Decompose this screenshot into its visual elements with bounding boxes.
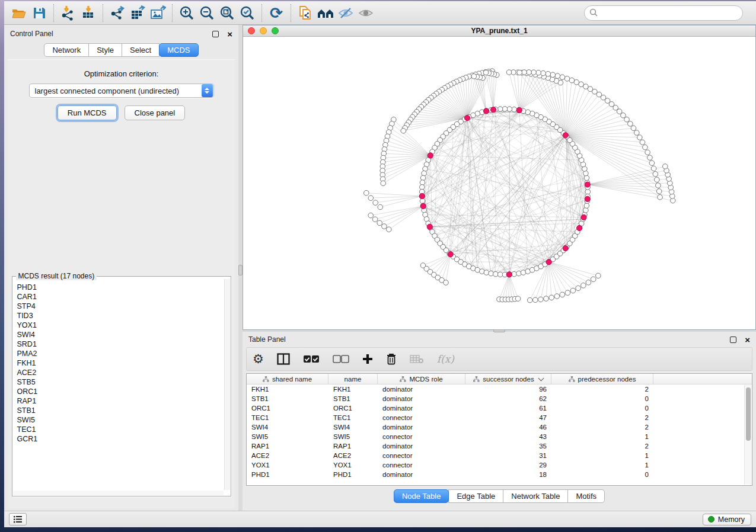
graph-node[interactable] (656, 189, 662, 194)
graph-node[interactable] (656, 183, 661, 188)
graph-node[interactable] (377, 220, 382, 226)
horizontal-splitter[interactable] (243, 330, 756, 332)
copy-network-icon[interactable] (295, 4, 315, 23)
graph-node[interactable] (555, 73, 560, 79)
zoom-fit-icon[interactable] (217, 4, 237, 23)
graph-node[interactable] (569, 78, 575, 83)
graph-node[interactable] (617, 109, 622, 114)
graph-node[interactable] (653, 171, 658, 177)
splitter-grip[interactable] (238, 265, 243, 275)
graph-node[interactable] (527, 297, 532, 303)
tab-motifs[interactable]: Motifs (567, 489, 605, 503)
graph-hub-node[interactable] (419, 193, 425, 198)
graph-node[interactable] (381, 181, 386, 186)
graph-node[interactable] (584, 203, 589, 209)
table-row[interactable]: STB1STB1dominator620 (247, 394, 744, 403)
table-row[interactable]: PHD1PHD1dominator180 (247, 470, 744, 479)
table-row[interactable]: SWI5SWI5connector431 (247, 432, 744, 441)
graph-hub-node[interactable] (585, 182, 590, 187)
run-mcds-button[interactable]: Run MCDS (58, 105, 117, 120)
network-graph[interactable] (243, 37, 755, 329)
graph-node[interactable] (631, 126, 636, 131)
hide-selected-icon[interactable] (336, 4, 356, 23)
close-panel-icon[interactable]: × (227, 31, 232, 37)
network-canvas[interactable] (243, 37, 755, 329)
graph-hub-node[interactable] (464, 116, 470, 121)
graph-node[interactable] (506, 70, 512, 75)
graph-node[interactable] (401, 129, 406, 134)
mcds-result-item[interactable]: SRD1 (13, 339, 224, 349)
graph-node[interactable] (579, 82, 584, 87)
export-image-icon[interactable] (148, 4, 168, 23)
search-input[interactable] (584, 5, 743, 21)
export-network-icon[interactable] (107, 4, 127, 23)
graph-node[interactable] (640, 140, 645, 145)
graph-node[interactable] (591, 277, 596, 282)
show-all-icon[interactable] (356, 4, 376, 23)
float-panel-icon[interactable] (730, 336, 736, 343)
graph-node[interactable] (420, 185, 425, 190)
select-all-rows-icon[interactable] (303, 351, 320, 367)
export-table-icon[interactable] (127, 4, 148, 23)
column-header-successor-nodes[interactable]: successor nodes (465, 374, 551, 384)
graph-node[interactable] (541, 70, 546, 76)
tab-network[interactable]: Network (44, 43, 89, 57)
graph-node[interactable] (585, 189, 591, 194)
close-panel-button[interactable]: Close panel (125, 105, 186, 120)
mcds-result-item[interactable]: CAR1 (13, 292, 224, 302)
graph-node[interactable] (484, 270, 489, 275)
table-row[interactable]: FKH1FKH1dominator962 (247, 384, 744, 394)
memory-button[interactable]: Memory (703, 514, 751, 525)
mcds-result-item[interactable]: SWI4 (13, 330, 224, 339)
graph-node[interactable] (516, 271, 522, 276)
graph-hub-node[interactable] (490, 107, 496, 113)
delete-column-trash-icon[interactable] (386, 351, 397, 367)
graph-node[interactable] (382, 224, 387, 229)
node-table[interactable]: shared name name MCDS role successor nod… (246, 373, 752, 486)
graph-hub-node[interactable] (585, 196, 590, 201)
window-minimize-icon[interactable] (260, 27, 267, 34)
graph-hub-node[interactable] (563, 245, 568, 251)
graph-hub-node[interactable] (506, 272, 512, 277)
close-panel-icon[interactable]: × (745, 336, 750, 343)
graph-node[interactable] (584, 175, 589, 181)
mcds-result-item[interactable]: RAP1 (13, 396, 224, 406)
graph-node[interactable] (544, 296, 549, 302)
window-close-icon[interactable] (248, 27, 255, 34)
result-vertical-scrollbar[interactable] (224, 279, 230, 490)
graph-node[interactable] (368, 213, 374, 218)
table-options-gear-icon[interactable]: ⚙ (253, 351, 264, 367)
first-neighbors-icon[interactable] (315, 4, 336, 23)
network-list-button[interactable] (9, 513, 27, 525)
graph-node[interactable] (538, 297, 544, 302)
graph-node[interactable] (649, 161, 655, 166)
table-vertical-scrollbar[interactable] (744, 385, 751, 485)
tab-node-table[interactable]: Node Table (394, 489, 449, 503)
apply-layout-icon[interactable]: ⟳ (266, 4, 286, 23)
mcds-result-item[interactable]: FKH1 (13, 358, 224, 368)
graph-hub-node[interactable] (448, 252, 453, 257)
tab-mcds[interactable]: MCDS (159, 43, 198, 57)
zoom-out-icon[interactable] (197, 4, 217, 23)
table-row[interactable]: SWI4SWI4dominator462 (247, 422, 744, 432)
graph-hub-node[interactable] (428, 153, 433, 158)
graph-node[interactable] (586, 280, 591, 286)
graph-node[interactable] (471, 74, 477, 79)
import-network-icon[interactable] (58, 4, 78, 23)
graph-node[interactable] (493, 271, 499, 277)
graph-node[interactable] (378, 204, 383, 210)
graph-node[interactable] (531, 70, 537, 75)
graph-node[interactable] (583, 208, 589, 213)
graph-node[interactable] (517, 70, 522, 75)
mcds-result-list[interactable]: PHD1CAR1STP4TID3YOX1SWI4SRD1PMA2FKH1ACE2… (13, 283, 224, 490)
column-header-predecessor-nodes[interactable]: predecessor nodes (551, 374, 653, 384)
tab-edge-table[interactable]: Edge Table (448, 489, 503, 503)
graph-node[interactable] (522, 70, 527, 75)
graph-hub-node[interactable] (483, 108, 489, 114)
graph-node[interactable] (565, 290, 570, 296)
column-header-shared-name[interactable]: shared name (247, 374, 328, 384)
show-columns-icon[interactable] (277, 351, 290, 367)
graph-node[interactable] (576, 286, 581, 291)
graph-node[interactable] (645, 150, 650, 155)
graph-hub-node[interactable] (420, 203, 426, 209)
